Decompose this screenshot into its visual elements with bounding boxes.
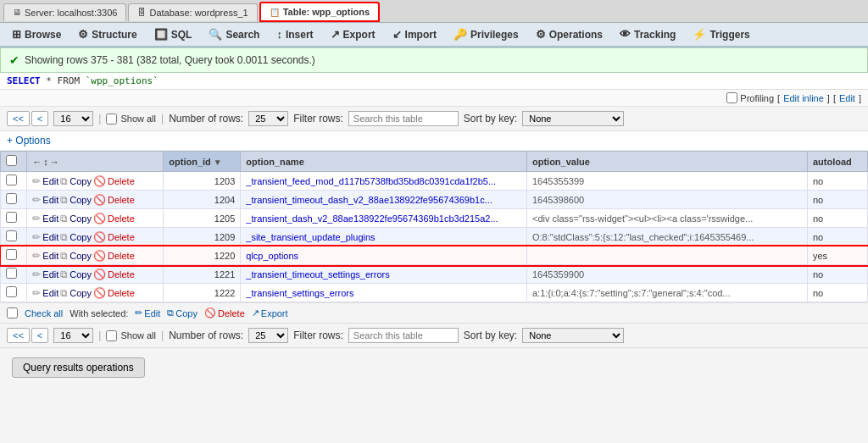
nav-browse[interactable]: ⊞ Browse: [3, 23, 70, 46]
col-header-autoload[interactable]: autoload: [807, 152, 867, 172]
top-sort-select[interactable]: None PRIMARY option_name: [522, 111, 624, 126]
table-header-row: ← ↕ → option_id ▼ option_name option_val…: [1, 152, 868, 172]
main-nav: ⊞ Browse ⚙ Structure 🔲 SQL 🔍 Search ↕ In…: [0, 23, 868, 47]
row-edit-link[interactable]: Edit: [42, 195, 58, 205]
top-show-all-label[interactable]: Show all: [106, 114, 156, 125]
profiling-sep3: [: [833, 93, 836, 103]
nav-search[interactable]: 🔍 Search: [200, 23, 268, 46]
bottom-check-all-link[interactable]: Check all: [25, 308, 63, 318]
row-option-name: _transient_timeout_dash_v2_88ae138922fe9…: [241, 191, 527, 209]
row-edit-link[interactable]: Edit: [42, 213, 58, 224]
row-option-value: <div class="rss-widget"><ul><li><a class…: [526, 209, 807, 228]
row-copy-link[interactable]: Copy: [70, 195, 92, 205]
bottom-filter-input[interactable]: [348, 328, 459, 343]
row-delete-link[interactable]: Delete: [108, 232, 135, 242]
database-icon: 🗄: [137, 8, 146, 17]
table-icon: 📋: [270, 8, 280, 17]
nav-search-label: Search: [225, 29, 259, 41]
row-checkbox[interactable]: [6, 268, 17, 279]
bottom-rows-select[interactable]: 2550100: [248, 328, 288, 343]
top-prev-prev-btn[interactable]: <<: [7, 111, 30, 126]
row-delete-link[interactable]: Delete: [108, 176, 135, 186]
row-checkbox[interactable]: [6, 174, 17, 186]
options-row[interactable]: + Options: [0, 131, 868, 151]
profiling-sep: [: [777, 93, 780, 103]
row-delete-link[interactable]: Delete: [108, 195, 135, 205]
with-selected-edit[interactable]: ✏ Edit: [135, 307, 160, 318]
top-prev-btn[interactable]: <: [31, 111, 48, 126]
nav-export[interactable]: ↗ Export: [322, 23, 384, 46]
edit-link[interactable]: Edit: [839, 93, 855, 103]
row-checkbox[interactable]: [6, 230, 17, 241]
row-copy-link[interactable]: Copy: [70, 213, 92, 224]
select-all-checkbox[interactable]: [6, 155, 17, 166]
top-rows-select[interactable]: 25 50 100: [248, 111, 288, 126]
row-copy-link[interactable]: Copy: [70, 251, 92, 261]
triggers-icon: ⚡: [693, 28, 706, 41]
top-page-size-select[interactable]: 16 25 50 100: [53, 111, 93, 126]
top-show-all-checkbox[interactable]: [106, 114, 117, 125]
bottom-sort-select[interactable]: NonePRIMARYoption_name: [522, 328, 624, 343]
nav-privileges[interactable]: 🔑 Privileges: [445, 23, 527, 46]
row-edit-link[interactable]: Edit: [42, 176, 58, 186]
row-delete-link[interactable]: Delete: [108, 269, 135, 280]
row-option-id: 1221: [164, 265, 241, 284]
row-actions-cell: ✏ Edit ⧉ Copy 🚫 Delete: [27, 209, 164, 228]
data-table: ← ↕ → option_id ▼ option_name option_val…: [0, 151, 868, 302]
bottom-check-all-checkbox[interactable]: [7, 307, 18, 318]
query-ops-button[interactable]: Query results operations: [12, 357, 145, 378]
row-copy-link[interactable]: Copy: [70, 176, 92, 186]
bottom-bar: Query results operations: [0, 348, 868, 387]
row-actions-cell: ✏ Edit ⧉ Copy 🚫 Delete: [27, 172, 164, 191]
row-checkbox-cell: [1, 209, 27, 228]
row-edit-link[interactable]: Edit: [42, 269, 58, 280]
row-checkbox[interactable]: [6, 193, 17, 204]
row-option-value: 1645355399: [526, 172, 807, 191]
col-header-option-value[interactable]: option_value: [526, 152, 807, 172]
nav-import[interactable]: ↙ Import: [384, 23, 445, 46]
table-row: ✏ Edit ⧉ Copy 🚫 Delete 1203_transient_fe…: [1, 172, 868, 191]
tab-table-label: Table: wpp_options: [283, 7, 370, 17]
row-delete-link[interactable]: Delete: [108, 213, 135, 224]
tab-table[interactable]: 📋 Table: wpp_options: [259, 2, 380, 22]
with-selected-export[interactable]: ↗ Export: [252, 307, 288, 318]
col-header-option-id[interactable]: option_id ▼: [164, 152, 241, 172]
delete-icon: 🚫: [93, 213, 106, 224]
profiling-label[interactable]: Profiling: [726, 92, 774, 103]
row-checkbox[interactable]: [6, 249, 17, 260]
edit-inline-link[interactable]: Edit inline: [783, 93, 824, 103]
bottom-prev-btn[interactable]: <: [31, 328, 48, 343]
row-edit-link[interactable]: Edit: [42, 251, 58, 261]
nav-structure[interactable]: ⚙ Structure: [70, 23, 145, 46]
col-header-option-name[interactable]: option_name: [241, 152, 527, 172]
with-selected-bar: Check all With selected: ✏ Edit ⧉ Copy 🚫…: [0, 302, 868, 324]
row-delete-link[interactable]: Delete: [108, 288, 135, 298]
bottom-show-all-checkbox[interactable]: [106, 330, 117, 341]
tab-database[interactable]: 🗄 Database: wordpress_1: [128, 3, 257, 21]
nav-sql[interactable]: 🔲 SQL: [146, 23, 201, 46]
row-copy-link[interactable]: Copy: [70, 232, 92, 242]
row-checkbox[interactable]: [6, 212, 17, 223]
nav-insert[interactable]: ↕ Insert: [268, 23, 321, 46]
bottom-page-size-select[interactable]: 162550100: [53, 328, 93, 343]
row-copy-link[interactable]: Copy: [70, 269, 92, 280]
row-delete-link[interactable]: Delete: [108, 251, 135, 261]
nav-tracking[interactable]: 👁 Tracking: [611, 23, 684, 46]
top-filter-input[interactable]: [348, 111, 459, 126]
bottom-prev-prev-btn[interactable]: <<: [7, 328, 30, 343]
nav-triggers[interactable]: ⚡ Triggers: [684, 23, 758, 46]
arrow-left-icon: ←: [32, 157, 42, 167]
with-selected-copy[interactable]: ⧉ Copy: [167, 307, 198, 318]
row-autoload: yes: [807, 246, 867, 265]
nav-triggers-label: Triggers: [709, 29, 749, 41]
row-edit-link[interactable]: Edit: [42, 288, 58, 298]
tab-server[interactable]: 🖥 Server: localhost:3306: [3, 3, 126, 21]
with-selected-delete[interactable]: 🚫 Delete: [204, 307, 245, 318]
nav-operations[interactable]: ⚙ Operations: [527, 23, 611, 46]
export-icon: ↗: [331, 28, 340, 41]
row-edit-link[interactable]: Edit: [42, 232, 58, 242]
profiling-checkbox[interactable]: [726, 92, 737, 103]
row-copy-link[interactable]: Copy: [70, 288, 92, 298]
row-checkbox[interactable]: [6, 286, 17, 297]
bottom-show-all-label[interactable]: Show all: [106, 330, 156, 341]
